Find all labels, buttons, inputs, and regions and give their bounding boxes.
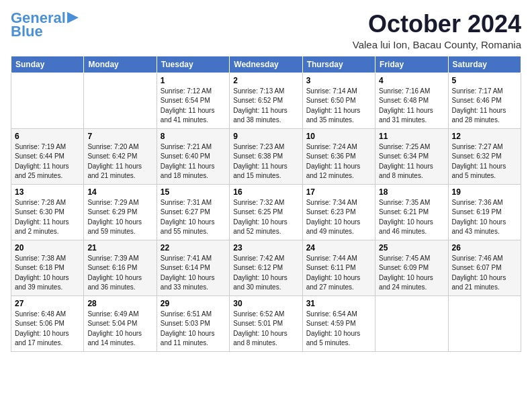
calendar-cell: 15Sunrise: 7:31 AM Sunset: 6:27 PM Dayli… xyxy=(157,184,229,240)
day-number: 30 xyxy=(233,299,298,308)
calendar-cell: 2Sunrise: 7:13 AM Sunset: 6:52 PM Daylig… xyxy=(230,73,302,128)
calendar-cell: 8Sunrise: 7:21 AM Sunset: 6:40 PM Daylig… xyxy=(157,128,229,184)
day-info: Sunrise: 7:32 AM Sunset: 6:25 PM Dayligh… xyxy=(233,198,298,237)
day-number: 7 xyxy=(87,132,152,141)
day-info: Sunrise: 6:52 AM Sunset: 5:01 PM Dayligh… xyxy=(233,310,298,349)
calendar-cell: 5Sunrise: 7:17 AM Sunset: 6:46 PM Daylig… xyxy=(448,73,521,128)
calendar-cell: 16Sunrise: 7:32 AM Sunset: 6:25 PM Dayli… xyxy=(230,184,302,240)
day-info: Sunrise: 7:13 AM Sunset: 6:52 PM Dayligh… xyxy=(233,87,298,126)
logo: General ▶ Blue xyxy=(11,11,79,39)
calendar-cell: 23Sunrise: 7:42 AM Sunset: 6:12 PM Dayli… xyxy=(230,240,302,295)
calendar-cell: 19Sunrise: 7:36 AM Sunset: 6:19 PM Dayli… xyxy=(448,184,521,240)
day-info: Sunrise: 7:34 AM Sunset: 6:23 PM Dayligh… xyxy=(306,198,371,237)
day-info: Sunrise: 7:16 AM Sunset: 6:48 PM Dayligh… xyxy=(379,87,444,126)
page-header: General ▶ Blue October 2024 Valea lui Io… xyxy=(11,11,521,50)
day-number: 8 xyxy=(161,132,226,141)
calendar-body: 1Sunrise: 7:12 AM Sunset: 6:54 PM Daylig… xyxy=(11,73,521,351)
day-info: Sunrise: 7:35 AM Sunset: 6:21 PM Dayligh… xyxy=(379,198,444,237)
calendar-cell: 29Sunrise: 6:51 AM Sunset: 5:03 PM Dayli… xyxy=(157,295,229,351)
day-number: 27 xyxy=(15,299,80,308)
day-info: Sunrise: 7:36 AM Sunset: 6:19 PM Dayligh… xyxy=(452,198,517,237)
day-info: Sunrise: 7:12 AM Sunset: 6:54 PM Dayligh… xyxy=(161,87,226,126)
day-number: 18 xyxy=(379,187,444,197)
location-text: Valea lui Ion, Bacau County, Romania xyxy=(353,39,521,50)
calendar-cell xyxy=(11,73,84,128)
calendar-cell: 7Sunrise: 7:20 AM Sunset: 6:42 PM Daylig… xyxy=(84,128,157,184)
calendar-cell: 14Sunrise: 7:29 AM Sunset: 6:29 PM Dayli… xyxy=(84,184,157,240)
day-number: 6 xyxy=(15,132,80,141)
day-number: 4 xyxy=(379,76,444,85)
calendar-table: Sunday Monday Tuesday Wednesday Thursday… xyxy=(11,56,521,352)
calendar-cell: 24Sunrise: 7:44 AM Sunset: 6:11 PM Dayli… xyxy=(302,240,375,295)
day-number: 2 xyxy=(233,76,298,85)
day-number: 9 xyxy=(233,132,298,141)
calendar-cell: 11Sunrise: 7:25 AM Sunset: 6:34 PM Dayli… xyxy=(375,128,448,184)
calendar-cell: 20Sunrise: 7:38 AM Sunset: 6:18 PM Dayli… xyxy=(11,240,84,295)
calendar-cell: 27Sunrise: 6:48 AM Sunset: 5:06 PM Dayli… xyxy=(11,295,84,351)
day-info: Sunrise: 7:44 AM Sunset: 6:11 PM Dayligh… xyxy=(306,254,371,293)
day-number: 25 xyxy=(379,243,444,253)
day-number: 12 xyxy=(452,132,517,141)
calendar-cell xyxy=(84,73,157,128)
day-info: Sunrise: 7:39 AM Sunset: 6:16 PM Dayligh… xyxy=(87,254,152,293)
day-number: 28 xyxy=(87,299,152,308)
calendar-cell: 4Sunrise: 7:16 AM Sunset: 6:48 PM Daylig… xyxy=(375,73,448,128)
calendar-cell: 17Sunrise: 7:34 AM Sunset: 6:23 PM Dayli… xyxy=(302,184,375,240)
day-info: Sunrise: 6:48 AM Sunset: 5:06 PM Dayligh… xyxy=(15,310,80,349)
day-info: Sunrise: 7:17 AM Sunset: 6:46 PM Dayligh… xyxy=(452,87,517,126)
header-monday: Monday xyxy=(84,56,157,73)
calendar-cell: 10Sunrise: 7:24 AM Sunset: 6:36 PM Dayli… xyxy=(302,128,375,184)
month-title: October 2024 xyxy=(353,11,521,38)
calendar-cell: 21Sunrise: 7:39 AM Sunset: 6:16 PM Dayli… xyxy=(84,240,157,295)
day-info: Sunrise: 7:25 AM Sunset: 6:34 PM Dayligh… xyxy=(379,142,444,181)
day-info: Sunrise: 7:29 AM Sunset: 6:29 PM Dayligh… xyxy=(87,198,152,237)
day-number: 24 xyxy=(306,243,371,253)
day-info: Sunrise: 6:51 AM Sunset: 5:03 PM Dayligh… xyxy=(161,310,226,349)
day-number: 5 xyxy=(452,76,517,85)
day-number: 23 xyxy=(233,243,298,253)
day-info: Sunrise: 7:21 AM Sunset: 6:40 PM Dayligh… xyxy=(161,142,226,181)
header-wednesday: Wednesday xyxy=(230,56,302,73)
calendar-cell: 30Sunrise: 6:52 AM Sunset: 5:01 PM Dayli… xyxy=(230,295,302,351)
calendar-cell: 31Sunrise: 6:54 AM Sunset: 4:59 PM Dayli… xyxy=(302,295,375,351)
header-thursday: Thursday xyxy=(302,56,375,73)
logo-blue-text: Blue xyxy=(11,24,43,39)
calendar-cell: 28Sunrise: 6:49 AM Sunset: 5:04 PM Dayli… xyxy=(84,295,157,351)
day-number: 21 xyxy=(87,243,152,253)
day-info: Sunrise: 7:42 AM Sunset: 6:12 PM Dayligh… xyxy=(233,254,298,293)
day-number: 22 xyxy=(161,243,226,253)
header-saturday: Saturday xyxy=(448,56,521,73)
day-number: 3 xyxy=(306,76,371,85)
day-number: 13 xyxy=(15,187,80,197)
day-number: 20 xyxy=(15,243,80,253)
day-info: Sunrise: 7:23 AM Sunset: 6:38 PM Dayligh… xyxy=(233,142,298,181)
header-sunday: Sunday xyxy=(11,56,84,73)
day-info: Sunrise: 6:54 AM Sunset: 4:59 PM Dayligh… xyxy=(306,310,371,349)
calendar-week-1: 1Sunrise: 7:12 AM Sunset: 6:54 PM Daylig… xyxy=(11,73,521,128)
calendar-cell: 1Sunrise: 7:12 AM Sunset: 6:54 PM Daylig… xyxy=(157,73,229,128)
calendar-cell: 12Sunrise: 7:27 AM Sunset: 6:32 PM Dayli… xyxy=(448,128,521,184)
calendar-cell: 3Sunrise: 7:14 AM Sunset: 6:50 PM Daylig… xyxy=(302,73,375,128)
title-block: October 2024 Valea lui Ion, Bacau County… xyxy=(353,11,521,50)
day-number: 15 xyxy=(161,187,226,197)
logo-bird-icon: ▶ xyxy=(67,8,79,26)
day-number: 19 xyxy=(452,187,517,197)
calendar-cell: 13Sunrise: 7:28 AM Sunset: 6:30 PM Dayli… xyxy=(11,184,84,240)
day-number: 26 xyxy=(452,243,517,253)
day-info: Sunrise: 7:41 AM Sunset: 6:14 PM Dayligh… xyxy=(161,254,226,293)
day-info: Sunrise: 7:38 AM Sunset: 6:18 PM Dayligh… xyxy=(15,254,80,293)
day-info: Sunrise: 7:27 AM Sunset: 6:32 PM Dayligh… xyxy=(452,142,517,181)
day-info: Sunrise: 7:14 AM Sunset: 6:50 PM Dayligh… xyxy=(306,87,371,126)
day-number: 10 xyxy=(306,132,371,141)
day-info: Sunrise: 7:31 AM Sunset: 6:27 PM Dayligh… xyxy=(161,198,226,237)
calendar-week-2: 6Sunrise: 7:19 AM Sunset: 6:44 PM Daylig… xyxy=(11,128,521,184)
day-info: Sunrise: 7:45 AM Sunset: 6:09 PM Dayligh… xyxy=(379,254,444,293)
day-info: Sunrise: 6:49 AM Sunset: 5:04 PM Dayligh… xyxy=(87,310,152,349)
calendar-cell: 9Sunrise: 7:23 AM Sunset: 6:38 PM Daylig… xyxy=(230,128,302,184)
day-number: 14 xyxy=(87,187,152,197)
calendar-cell xyxy=(448,295,521,351)
day-number: 11 xyxy=(379,132,444,141)
calendar-week-5: 27Sunrise: 6:48 AM Sunset: 5:06 PM Dayli… xyxy=(11,295,521,351)
header-tuesday: Tuesday xyxy=(157,56,229,73)
day-info: Sunrise: 7:28 AM Sunset: 6:30 PM Dayligh… xyxy=(15,198,80,237)
